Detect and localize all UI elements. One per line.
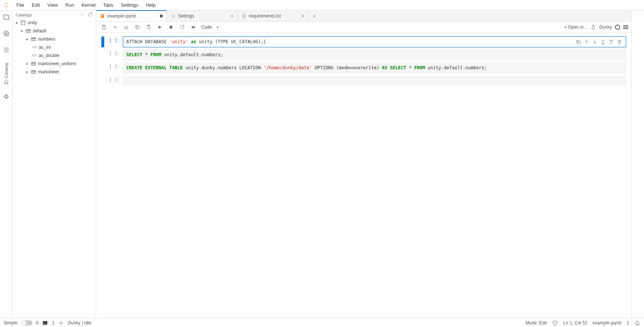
svg-rect-19	[578, 41, 580, 44]
save-button[interactable]	[99, 23, 109, 32]
svg-point-11	[172, 15, 174, 17]
editor-column: example.ipynb Settings × requirements.tx…	[96, 10, 631, 318]
tree-node-table[interactable]: ▾ marksheet_uniform	[14, 60, 94, 68]
alerts-count[interactable]: 0	[36, 320, 39, 326]
menu-tabs[interactable]: Tabs	[99, 1, 117, 9]
notebook-toolbar: Code ▾ Open in... Dunky	[96, 22, 631, 33]
tab-label: example.ipynb	[107, 13, 136, 19]
trusted-icon[interactable]	[552, 320, 558, 326]
svg-point-2	[4, 83, 7, 84]
kernel-status-text[interactable]: Dunky | Idle	[68, 320, 91, 326]
cell-editor[interactable]: ATTACH DATABASE 'unity' as unity (TYPE U…	[123, 36, 626, 47]
cell-type-select[interactable]: Code	[200, 24, 220, 31]
cell-gutter	[101, 36, 104, 47]
mode-indicator[interactable]: Mode: Edit	[526, 320, 547, 326]
interrupt-button[interactable]	[166, 23, 176, 32]
cell-prompt: [ ]:	[104, 76, 123, 85]
refresh-icon[interactable]	[88, 12, 93, 18]
tree-node-schema[interactable]: ▾ default	[14, 27, 94, 35]
menu-file[interactable]: File	[13, 1, 28, 9]
cell-prompt: [ ]:	[104, 50, 123, 60]
menu-settings[interactable]: Settings	[117, 1, 142, 9]
insert-cell-button[interactable]	[110, 23, 120, 32]
cut-button[interactable]	[121, 23, 131, 32]
open-in-button[interactable]: ▾ Open in...	[565, 25, 587, 30]
move-up-icon[interactable]	[583, 38, 590, 46]
tree-node-catalog[interactable]: ▾ unity	[14, 19, 94, 27]
svg-rect-12	[103, 25, 105, 26]
tab-text[interactable]: requirements.txt ×	[238, 10, 308, 22]
insert-below-icon[interactable]	[607, 38, 615, 46]
tab-notebook[interactable]: example.ipynb	[96, 10, 167, 21]
cell-editor[interactable]	[123, 76, 626, 85]
cell-editor[interactable]: CREATE EXTERNAL TABLE unity.dunky.number…	[123, 63, 626, 73]
tree-node-column[interactable]: 123 as_int	[14, 43, 94, 51]
cursor-position[interactable]: Ln 1, Col 52	[563, 320, 587, 326]
cell-toolbar	[574, 38, 624, 47]
add-tab-button[interactable]: ＋	[308, 13, 320, 19]
extensions-icon[interactable]	[3, 93, 10, 101]
code-cell[interactable]: [ ]:ATTACH DATABASE 'unity' as unity (TY…	[101, 36, 626, 47]
files-icon[interactable]	[3, 13, 10, 21]
catalog-icon	[20, 20, 26, 26]
chevron-right-icon: ▾	[25, 62, 29, 66]
sidebar-header: Catalogs	[13, 10, 96, 19]
activity-bar-left: Catalog	[0, 10, 13, 318]
close-icon[interactable]: ×	[301, 13, 304, 19]
svg-rect-4	[26, 29, 31, 32]
tree-node-table[interactable]: ▾ marksheet	[14, 68, 94, 76]
terminal-icon[interactable]	[42, 320, 48, 326]
activity-bar-right	[631, 10, 644, 318]
code-cell[interactable]: [ ]:CREATE EXTERNAL TABLE unity.dunky.nu…	[101, 63, 626, 73]
move-down-icon[interactable]	[591, 38, 599, 46]
insert-above-icon[interactable]	[599, 38, 607, 46]
running-icon[interactable]	[3, 30, 10, 37]
svg-rect-9	[102, 15, 104, 15]
code-cell[interactable]: [ ]:SELECT * FROM unity.default.numbers;	[101, 50, 626, 60]
menu-help[interactable]: Help	[142, 1, 159, 9]
collapse-all-icon[interactable]	[79, 12, 85, 18]
terminal-count[interactable]: 1	[52, 320, 54, 326]
run-button[interactable]	[155, 23, 165, 32]
restart-button[interactable]	[177, 23, 187, 32]
kernel-name[interactable]: Dunky	[599, 25, 612, 30]
bell-icon[interactable]	[634, 320, 640, 326]
tree-node-table[interactable]: ▾ numbers	[14, 35, 94, 43]
cell-editor[interactable]: SELECT * FROM unity.default.numbers;	[123, 50, 626, 60]
svg-rect-22	[43, 321, 47, 324]
panel-menu-button[interactable]	[623, 25, 628, 29]
jupyter-icon	[3, 2, 9, 8]
tab-settings[interactable]: Settings ×	[167, 10, 238, 22]
datatype-double-icon: 123	[31, 53, 37, 58]
run-all-button[interactable]	[188, 23, 198, 32]
lsp-icon[interactable]	[58, 320, 64, 326]
tabbar: example.ipynb Settings × requirements.tx…	[96, 10, 631, 22]
tree-label: as_double	[39, 53, 93, 58]
catalog-tab[interactable]: Catalog	[3, 63, 10, 85]
tree-node-column[interactable]: 123 as_double	[14, 51, 94, 60]
delete-icon[interactable]	[616, 38, 623, 46]
notebook-area[interactable]: [ ]:ATTACH DATABASE 'unity' as unity (TY…	[96, 33, 631, 318]
beaker-icon[interactable]	[590, 24, 596, 30]
paste-button[interactable]	[144, 23, 153, 32]
tree-label: default	[33, 28, 93, 34]
menu-kernel[interactable]: Kernel	[78, 1, 99, 9]
kernel-sessions[interactable]: 1	[626, 320, 629, 326]
notebook-icon	[100, 13, 105, 19]
jupyter-logo	[0, 2, 13, 8]
menu-view[interactable]: View	[44, 1, 61, 9]
duplicate-icon[interactable]	[575, 38, 582, 46]
kernel-status-icon	[615, 25, 620, 30]
menu-edit[interactable]: Edit	[28, 1, 44, 9]
menu-run[interactable]: Run	[61, 1, 78, 9]
cell-type-label: Code	[200, 24, 220, 31]
svg-point-1	[4, 31, 9, 36]
toc-icon[interactable]	[3, 46, 10, 54]
filename-status[interactable]: example.ipynb	[593, 320, 621, 326]
copy-button[interactable]	[133, 23, 142, 32]
close-icon[interactable]: ×	[231, 13, 234, 19]
menubar: File Edit View Run Kernel Tabs Settings …	[0, 0, 644, 10]
main-row: Catalog Catalogs ▾ unity ▾ default	[0, 10, 644, 318]
code-cell[interactable]: [ ]:	[101, 76, 626, 85]
simple-toggle[interactable]	[21, 320, 32, 326]
